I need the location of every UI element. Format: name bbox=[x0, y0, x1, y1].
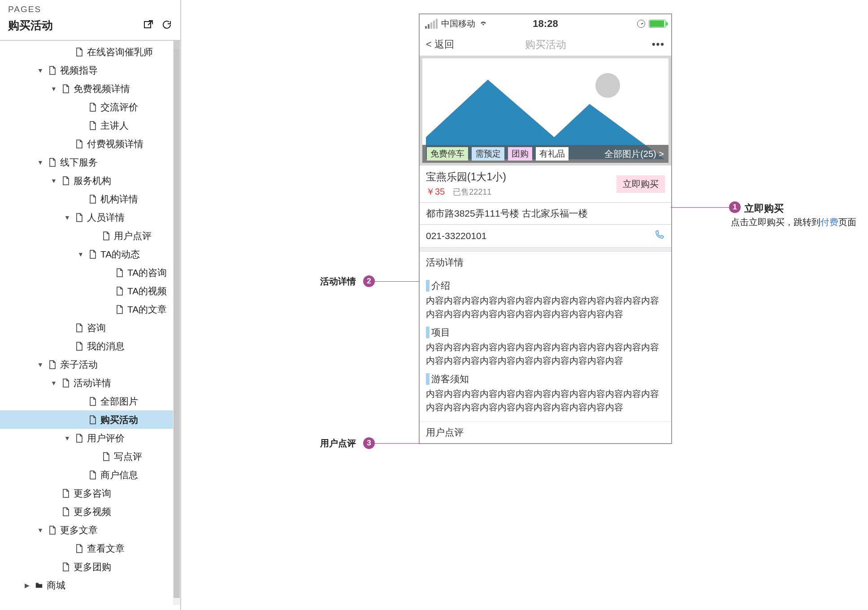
tree-item[interactable]: 机构详情 bbox=[0, 190, 180, 208]
page-icon bbox=[47, 526, 58, 535]
page-icon bbox=[47, 360, 58, 369]
activity-body: 介绍 内容内容内容内容内容内容内容内容内容内容内容内容内容内容内容内容内容内容内… bbox=[420, 273, 671, 422]
scrollbar-up-gap bbox=[174, 41, 180, 49]
caret-icon[interactable]: ▶ bbox=[22, 582, 31, 589]
caret-icon[interactable]: ▼ bbox=[76, 251, 85, 258]
tree-item[interactable]: 更多团购 bbox=[0, 558, 180, 576]
scrollbar-track[interactable] bbox=[173, 41, 180, 605]
tag-gift: 有礼品 bbox=[536, 147, 569, 161]
annotation-1-link[interactable]: 付费 bbox=[820, 217, 838, 227]
tree-item[interactable]: 购买活动 bbox=[0, 410, 180, 429]
tree-item[interactable]: 更多视频 bbox=[0, 502, 180, 521]
caret-icon[interactable]: ▼ bbox=[49, 85, 58, 92]
refresh-icon[interactable] bbox=[161, 19, 172, 32]
status-time: 18:28 bbox=[533, 18, 558, 30]
page-icon bbox=[100, 231, 112, 240]
tree-item[interactable]: TA的视频 bbox=[0, 282, 180, 300]
tree-item[interactable]: ▼活动详情 bbox=[0, 374, 180, 392]
caret-icon[interactable]: ▼ bbox=[49, 177, 58, 184]
phone-row[interactable]: 021-33220101 bbox=[420, 224, 671, 247]
page-icon bbox=[60, 489, 72, 498]
folder-icon bbox=[33, 581, 45, 590]
export-icon[interactable] bbox=[143, 19, 153, 32]
buy-now-button[interactable]: 立即购买 bbox=[616, 175, 665, 193]
tree-item[interactable]: 商户信息 bbox=[0, 466, 180, 484]
annotation-2-label: 活动详情 bbox=[320, 275, 356, 288]
tree-item[interactable]: 在线咨询催乳师 bbox=[0, 43, 180, 61]
back-button[interactable]: < 返回 bbox=[426, 38, 454, 51]
page-icon bbox=[74, 323, 85, 332]
page-icon bbox=[87, 103, 99, 112]
phone-icon[interactable] bbox=[654, 229, 665, 243]
sub-intro-title: 介绍 bbox=[431, 279, 450, 292]
tree-item[interactable]: ▼线下服务 bbox=[0, 153, 180, 171]
pages-current-title: 购买活动 bbox=[8, 18, 53, 33]
page-icon bbox=[74, 544, 85, 553]
tree-item-label: 购买活动 bbox=[100, 414, 138, 426]
page-icon bbox=[87, 397, 99, 406]
tree-item[interactable]: TA的咨询 bbox=[0, 263, 180, 282]
signal-icon bbox=[425, 19, 438, 29]
page-icon bbox=[87, 250, 99, 259]
page-icon bbox=[47, 66, 58, 75]
phone-mockup: 中国移动 18:28 < 返回 购买活动 ••• bbox=[419, 13, 672, 444]
phone-number: 021-33220101 bbox=[426, 231, 486, 241]
pages-sidebar: PAGES 购买活动 在线咨询催乳师▼视频指导▼免费视频详情交流评价主讲人付费视… bbox=[0, 0, 181, 610]
page-icon bbox=[60, 507, 72, 516]
tree-item[interactable]: ▼人员详情 bbox=[0, 208, 180, 227]
tree-item-label: 更多团购 bbox=[74, 561, 111, 573]
notice-content: 内容内容内容内容内容内容内容内容内容内容内容内容内容内容内容内容内容内容内容内容… bbox=[426, 385, 665, 416]
reviews-header[interactable]: 用户点评 bbox=[420, 422, 671, 443]
caret-icon[interactable]: ▼ bbox=[49, 379, 58, 387]
page-icon bbox=[87, 471, 99, 479]
design-canvas: 中国移动 18:28 < 返回 购买活动 ••• bbox=[181, 0, 868, 610]
carrier-label: 中国移动 bbox=[441, 18, 475, 30]
tree-item[interactable]: ▶商城 bbox=[0, 576, 180, 594]
tree-item[interactable]: ▼用户评价 bbox=[0, 429, 180, 447]
tree-item[interactable]: 写点评 bbox=[0, 447, 180, 466]
tree-item[interactable]: 我的消息 bbox=[0, 337, 180, 355]
section-divider bbox=[420, 247, 671, 252]
tree-item[interactable]: 交流评价 bbox=[0, 98, 180, 116]
caret-icon[interactable]: ▼ bbox=[36, 527, 45, 534]
page-icon bbox=[87, 195, 99, 204]
annotation-2-badge: 2 bbox=[363, 275, 375, 287]
caret-icon[interactable]: ▼ bbox=[36, 361, 45, 368]
tree-item[interactable]: 咨询 bbox=[0, 318, 180, 337]
activity-header-label: 活动详情 bbox=[426, 256, 464, 269]
tree-item-label: 付费视频详情 bbox=[87, 138, 143, 150]
tree-item[interactable]: 查看文章 bbox=[0, 539, 180, 558]
tree-item-label: 咨询 bbox=[87, 322, 106, 334]
tree-item[interactable]: ▼TA的动态 bbox=[0, 245, 180, 263]
tree-item[interactable]: TA的文章 bbox=[0, 300, 180, 318]
tree-item-label: 免费视频详情 bbox=[74, 83, 130, 95]
tree-item[interactable]: ▼免费视频详情 bbox=[0, 79, 180, 98]
tree-item[interactable]: 全部图片 bbox=[0, 392, 180, 410]
wifi-icon bbox=[479, 19, 488, 29]
alarm-icon bbox=[637, 20, 645, 28]
tree-item[interactable]: 用户点评 bbox=[0, 227, 180, 245]
annotation-3-line bbox=[375, 443, 420, 444]
scrollbar-thumb[interactable] bbox=[174, 49, 180, 598]
tree-item[interactable]: 更多咨询 bbox=[0, 484, 180, 502]
tree-item[interactable]: ▼服务机构 bbox=[0, 171, 180, 190]
tree-item[interactable]: 付费视频详情 bbox=[0, 135, 180, 153]
address-row[interactable]: 都市路3825弄111号楼 古北家乐福一楼 bbox=[420, 202, 671, 224]
caret-icon[interactable]: ▼ bbox=[63, 435, 72, 442]
all-pictures-link[interactable]: 全部图片(25) > bbox=[604, 148, 664, 160]
venue-info: 宝燕乐园(1大1小) ￥35 已售22211 立即购买 bbox=[420, 166, 671, 202]
caret-icon[interactable]: ▼ bbox=[63, 214, 72, 221]
page-icon bbox=[74, 139, 85, 148]
pages-tree[interactable]: 在线咨询催乳师▼视频指导▼免费视频详情交流评价主讲人付费视频详情▼线下服务▼服务… bbox=[0, 41, 180, 605]
tree-item[interactable]: ▼视频指导 bbox=[0, 61, 180, 79]
page-icon bbox=[74, 48, 85, 57]
tree-item[interactable]: ▼更多文章 bbox=[0, 521, 180, 539]
page-icon bbox=[114, 305, 126, 314]
tree-item-label: 全部图片 bbox=[100, 395, 138, 408]
caret-icon[interactable]: ▼ bbox=[36, 67, 45, 74]
caret-icon[interactable]: ▼ bbox=[36, 159, 45, 166]
tree-item[interactable]: ▼亲子活动 bbox=[0, 355, 180, 374]
more-button[interactable]: ••• bbox=[652, 39, 665, 50]
tree-item[interactable]: 主讲人 bbox=[0, 116, 180, 135]
tree-item-label: 用户点评 bbox=[114, 230, 152, 242]
